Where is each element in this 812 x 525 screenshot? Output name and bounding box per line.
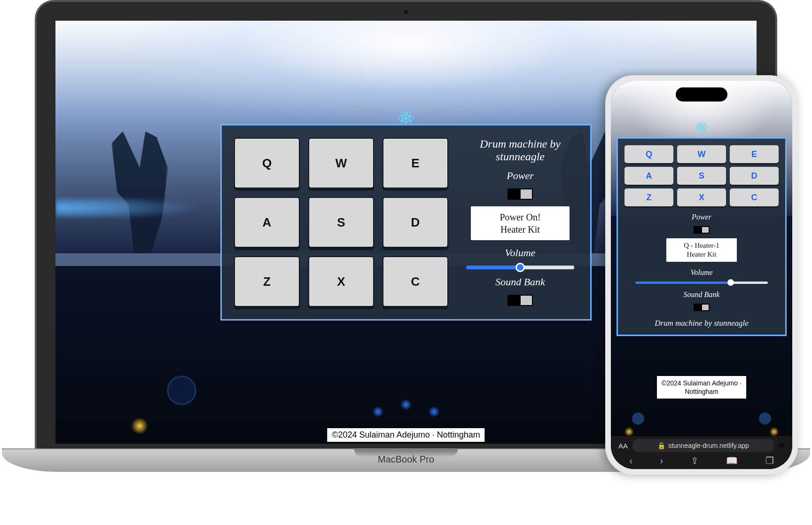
url-text: stunneagle-drum.netlify.app bbox=[668, 442, 749, 449]
drum-pad-w[interactable]: W bbox=[308, 138, 374, 188]
bank-label: Sound Bank bbox=[684, 290, 720, 299]
react-logo-icon bbox=[695, 121, 708, 135]
power-toggle[interactable] bbox=[508, 188, 533, 200]
url-bar[interactable]: 🔒 stunneagle-drum.netlify.app bbox=[632, 439, 774, 452]
volume-slider[interactable] bbox=[466, 266, 574, 269]
text-size-button[interactable]: AA bbox=[618, 442, 628, 450]
svg-point-4 bbox=[701, 126, 703, 128]
bank-toggle[interactable] bbox=[694, 304, 710, 311]
phone-notch bbox=[676, 87, 727, 102]
app-title: Drum machine by stunneagle bbox=[655, 319, 749, 328]
app-title: Drum machine by stunneagle bbox=[462, 138, 578, 163]
drum-pad-q[interactable]: Q bbox=[625, 145, 673, 163]
drum-pad-a[interactable]: A bbox=[625, 167, 673, 185]
drum-pad-e[interactable]: E bbox=[730, 145, 779, 163]
laptop-brand-label: MacBook Pro bbox=[378, 454, 434, 465]
safari-toolbar: AA 🔒 stunneagle-drum.netlify.app ⟳ ‹ › ⇪… bbox=[611, 436, 792, 469]
reload-icon[interactable]: ⟳ bbox=[779, 441, 785, 450]
drum-pad-q[interactable]: Q bbox=[234, 138, 300, 188]
display-line-2: Heater Kit bbox=[475, 223, 566, 235]
power-label: Power bbox=[692, 213, 711, 221]
pad-grid: Q W E A S D Z X C bbox=[234, 138, 448, 307]
drum-pad-x[interactable]: X bbox=[308, 256, 374, 307]
status-display: Power On! Heater Kit bbox=[471, 206, 570, 240]
forward-icon[interactable]: › bbox=[660, 455, 663, 466]
drum-machine-panel: Q W E A S D Z X C Drum machine by stunne… bbox=[220, 124, 592, 321]
tabs-icon[interactable]: ❐ bbox=[765, 455, 774, 466]
volume-label: Volume bbox=[690, 268, 712, 277]
display-line-2: Heater Kit bbox=[669, 250, 734, 259]
phone-screen: Q W E A S D Z X C Power Q - Heater-1 Hea… bbox=[611, 81, 792, 436]
status-display: Q - Heater-1 Heater Kit bbox=[666, 238, 737, 262]
drum-pad-x[interactable]: X bbox=[677, 188, 726, 206]
svg-point-0 bbox=[405, 117, 408, 120]
controls-panel: Drum machine by stunneagle Power Power O… bbox=[462, 138, 578, 307]
drum-machine-panel-mobile: Q W E A S D Z X C Power Q - Heater-1 Hea… bbox=[617, 137, 787, 336]
lock-icon: 🔒 bbox=[657, 442, 665, 449]
back-icon[interactable]: ‹ bbox=[629, 455, 632, 466]
drum-pad-a[interactable]: A bbox=[234, 197, 300, 248]
drum-pad-z[interactable]: Z bbox=[625, 188, 673, 206]
footer-credit: ©2024 Sulaiman Adejumo · Nottingham bbox=[657, 376, 746, 399]
volume-slider[interactable] bbox=[635, 282, 768, 284]
display-line-1: Q - Heater-1 bbox=[669, 241, 734, 250]
drum-pad-e[interactable]: E bbox=[383, 138, 448, 188]
volume-label: Volume bbox=[505, 247, 536, 259]
drum-pad-w[interactable]: W bbox=[677, 145, 726, 163]
drum-pad-d[interactable]: D bbox=[383, 197, 448, 248]
drum-pad-z[interactable]: Z bbox=[234, 256, 300, 307]
drum-pad-s[interactable]: S bbox=[308, 197, 374, 248]
power-toggle[interactable] bbox=[694, 226, 710, 234]
pad-grid: Q W E A S D Z X C bbox=[625, 145, 779, 206]
drum-pad-c[interactable]: C bbox=[383, 256, 448, 307]
power-label: Power bbox=[507, 170, 533, 182]
phone-mockup: Q W E A S D Z X C Power Q - Heater-1 Hea… bbox=[605, 75, 798, 475]
share-icon[interactable]: ⇪ bbox=[691, 455, 699, 466]
drum-pad-s[interactable]: S bbox=[677, 167, 726, 185]
phone-frame: Q W E A S D Z X C Power Q - Heater-1 Hea… bbox=[611, 81, 792, 469]
bank-label: Sound Bank bbox=[495, 276, 545, 288]
drum-pad-d[interactable]: D bbox=[730, 167, 779, 185]
bookmarks-icon[interactable]: 📖 bbox=[726, 455, 738, 466]
laptop-camera bbox=[404, 10, 408, 14]
drum-pad-c[interactable]: C bbox=[730, 188, 779, 206]
display-line-1: Power On! bbox=[475, 211, 566, 223]
footer-credit: ©2024 Sulaiman Adejumo · Nottingham bbox=[327, 428, 484, 442]
bank-toggle[interactable] bbox=[508, 295, 533, 306]
